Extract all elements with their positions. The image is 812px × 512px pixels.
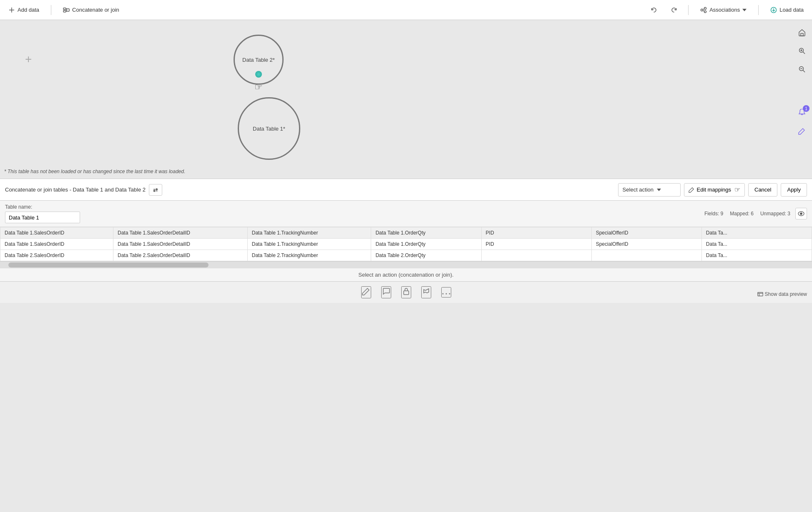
canvas-area: + Data Table 2* ☞ Data Table 1* * This t…	[0, 20, 812, 179]
lock-bottom-icon-btn[interactable]	[401, 286, 411, 298]
svg-line-16	[803, 52, 805, 54]
svg-point-8	[704, 7, 706, 9]
svg-rect-2	[63, 8, 66, 10]
data-table-2-node[interactable]: Data Table 2* ☞	[234, 35, 284, 85]
load-data-button[interactable]: Load data	[767, 5, 807, 15]
right-side-icons: 1	[792, 20, 812, 179]
undo-button[interactable]	[648, 5, 660, 15]
edit-icon	[689, 187, 694, 193]
redo-button[interactable]	[668, 5, 680, 15]
pencil-bottom-icon-btn[interactable]	[361, 286, 371, 298]
show-data-preview-label: Show data preview	[765, 291, 807, 297]
concat-toolbar: Concatenate or join tables - Data Table …	[0, 179, 812, 201]
eye-icon	[798, 211, 804, 216]
svg-rect-4	[67, 9, 69, 11]
scrollbar-area[interactable]	[0, 261, 812, 268]
col-header-2: Data Table 1.TrackingNumber	[247, 227, 371, 239]
unmapped-count: Unmapped: 3	[760, 211, 790, 217]
edit-mappings-label: Edit mappings	[697, 187, 731, 193]
col-header-5: SpecialOfferID	[591, 227, 701, 239]
select-action-dropdown[interactable]: Select action	[618, 183, 681, 197]
data-grid[interactable]: Data Table 1.SalesOrderID Data Table 1.S…	[0, 227, 812, 261]
bottom-panel: Concatenate or join tables - Data Table …	[0, 179, 812, 303]
col-header-0: Data Table 1.SalesOrderID	[0, 227, 113, 239]
cell-1-4	[481, 250, 591, 261]
zoom-out-icon-btn[interactable]	[794, 62, 809, 77]
svg-rect-14	[801, 33, 803, 36]
home-icon-btn[interactable]	[794, 25, 809, 40]
data-table-2-label: Data Table 2*	[242, 57, 275, 63]
toolbar-separator-3	[758, 5, 759, 15]
fields-info: Fields: 9 Mapped: 6 Unmapped: 3	[704, 211, 790, 217]
fields-count: Fields: 9	[704, 211, 723, 217]
hint-text: Select an action (concatenation or join)…	[0, 268, 812, 281]
cell-1-5	[591, 250, 701, 261]
svg-rect-24	[404, 291, 409, 295]
swap-button[interactable]: ⇄	[149, 184, 162, 196]
table-name-label: Table name:	[5, 204, 80, 210]
cancel-button[interactable]: Cancel	[748, 183, 777, 197]
svg-point-23	[800, 213, 802, 214]
svg-rect-3	[63, 10, 66, 12]
badge-icon-container[interactable]: 1	[794, 105, 809, 120]
settings-bottom-icon-btn[interactable]	[421, 286, 431, 298]
table-name-section: Table name:	[5, 204, 80, 223]
grid-row-1: Data Table 2.SalesOrderID Data Table 2.S…	[0, 250, 812, 261]
cell-1-0: Data Table 2.SalesOrderID	[0, 250, 113, 261]
svg-point-25	[442, 293, 443, 295]
edit-mappings-button[interactable]: Edit mappings ☞	[684, 183, 745, 197]
col-header-4: PID	[481, 227, 591, 239]
add-node-button[interactable]: +	[25, 53, 32, 65]
associations-button[interactable]: Associations	[697, 5, 750, 15]
data-table-1-label: Data Table 1*	[253, 126, 285, 132]
svg-point-26	[445, 293, 447, 295]
table-name-input[interactable]	[5, 212, 80, 223]
add-data-button[interactable]: Add data	[5, 5, 43, 15]
zoom-in-icon-btn[interactable]	[794, 43, 809, 58]
more-bottom-icon-btn[interactable]	[441, 287, 451, 298]
cell-0-5: SpecialOfferID	[591, 239, 701, 250]
grid-table: Data Table 1.SalesOrderID Data Table 1.S…	[0, 227, 812, 261]
svg-point-7	[701, 9, 703, 11]
badge-number: 1	[803, 105, 809, 112]
apply-button[interactable]: Apply	[781, 183, 807, 197]
concatenate-join-button[interactable]: Concatenate or join	[60, 5, 123, 15]
grid-row-0: Data Table 1.SalesOrderID Data Table 1.S…	[0, 239, 812, 250]
scrollbar-thumb[interactable]	[8, 262, 209, 267]
teal-dot-node2	[255, 71, 262, 78]
data-table-1-node[interactable]: Data Table 1*	[238, 97, 300, 160]
cell-1-3: Data Table 2.OrderQty	[371, 250, 481, 261]
pencil-side-icon-btn[interactable]	[794, 124, 809, 139]
show-data-preview[interactable]: Show data preview	[757, 291, 807, 297]
cursor-hand-node2: ☞	[254, 82, 263, 93]
dropdown-arrow-icon	[657, 189, 661, 191]
associations-label: Associations	[709, 7, 740, 13]
cell-1-1: Data Table 2.SalesOrderDetailID	[113, 250, 248, 261]
cell-0-6: Data Ta...	[701, 239, 812, 250]
table-name-row: Table name: Fields: 9 Mapped: 6 Unmapped…	[0, 201, 812, 227]
cell-0-0: Data Table 1.SalesOrderID	[0, 239, 113, 250]
top-toolbar: Add data Concatenate or join Association	[0, 0, 812, 20]
concat-title: Concatenate or join tables - Data Table …	[5, 187, 146, 193]
svg-line-10	[703, 9, 704, 10]
svg-point-9	[704, 10, 706, 13]
toolbar-separator-1	[51, 5, 51, 15]
grid-header-row: Data Table 1.SalesOrderID Data Table 1.S…	[0, 227, 812, 239]
eye-button[interactable]	[795, 208, 807, 219]
cell-0-4: PID	[481, 239, 591, 250]
col-header-3: Data Table 1.OrderQty	[371, 227, 481, 239]
toolbar-separator-2	[688, 5, 689, 15]
chat-bottom-icon-btn[interactable]	[381, 286, 391, 298]
svg-point-27	[449, 293, 450, 295]
svg-rect-28	[757, 293, 762, 296]
concatenate-join-label: Concatenate or join	[72, 7, 119, 13]
cell-0-3: Data Table 1.OrderQty	[371, 239, 481, 250]
cell-1-2: Data Table 2.TrackingNumber	[247, 250, 371, 261]
add-data-label: Add data	[18, 7, 39, 13]
canvas-note: * This table has not been loaded or has …	[4, 169, 185, 174]
svg-line-20	[803, 70, 805, 72]
mapped-count: Mapped: 6	[730, 211, 754, 217]
cell-0-2: Data Table 1.TrackingNumber	[247, 239, 371, 250]
cell-1-6: Data Ta...	[701, 250, 812, 261]
cell-0-1: Data Table 1.SalesOrderDetailID	[113, 239, 248, 250]
